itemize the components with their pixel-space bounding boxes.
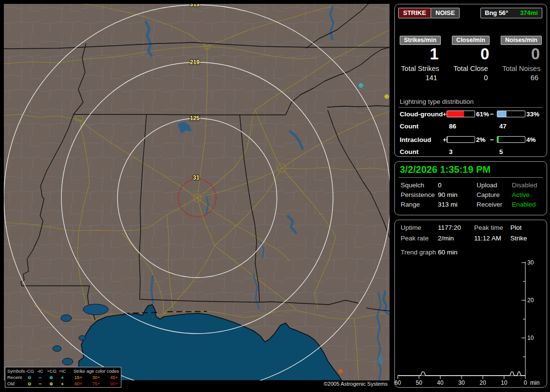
- range-label: Range: [401, 201, 420, 208]
- neg-ic-recent-icon: −: [36, 375, 44, 380]
- legend-col-pos-ic: +IC: [58, 368, 66, 374]
- trend-graph: 3020106050403020100min: [395, 259, 548, 387]
- map-display[interactable]: 31321912531 ⊕⊕⊕: [4, 4, 390, 380]
- ring-label-31: 31: [193, 174, 200, 181]
- uptime-value: 1177:20: [438, 224, 461, 231]
- age-15: 15+: [74, 375, 87, 380]
- total-strikes-value: 141: [397, 74, 444, 82]
- cg-plus-bar: [447, 111, 475, 117]
- plot-mode-value: Strike: [510, 235, 527, 242]
- age-45: 45+: [110, 375, 123, 380]
- range-value: 374mi: [520, 9, 538, 16]
- peak-time-value: 11:12 AM: [474, 235, 501, 242]
- noises-per-min-button[interactable]: Noises/min: [501, 36, 542, 45]
- strikes-per-min-button[interactable]: Strikes/min: [400, 36, 441, 45]
- strikes-per-min-value: 1: [397, 45, 444, 63]
- pos-ic-recent-icon: +: [58, 375, 66, 380]
- plus-sign: +: [443, 136, 447, 143]
- tick-label: 0: [524, 379, 527, 386]
- cg-minus-count: 47: [499, 123, 507, 130]
- uptime-label: Uptime: [401, 224, 421, 231]
- cloud-ground-count-row: Count 86 47: [400, 123, 545, 131]
- ring-label-125: 125: [190, 115, 200, 122]
- cg-plus-bar-fill: [447, 111, 464, 117]
- count-label: Count: [400, 148, 419, 155]
- intracloud-label: Intracloud: [400, 136, 431, 143]
- legend-old-label: Old: [7, 381, 14, 386]
- ic-plus-count: 3: [449, 148, 453, 155]
- noises-column: Noises/min 0 Total Noises 66: [498, 35, 545, 82]
- cg-minus-bar: [497, 111, 525, 117]
- cg-minus-bar-fill: [497, 111, 507, 117]
- ring-label-313: 313: [190, 4, 200, 8]
- app-root: { "window": { "copyright": "©2005 Astrog…: [0, 0, 550, 392]
- pos-cg-old-icon: ⊕: [47, 381, 56, 386]
- strikes-column: Strikes/min 1 Total Strikes 141: [397, 35, 444, 82]
- tick-label: 20: [479, 379, 486, 386]
- rate-counters: Strikes/min 1 Total Strikes 141 Close/mi…: [397, 35, 545, 82]
- squelch-value: 0: [438, 182, 442, 189]
- trend-series: 3020106050403020100min: [395, 259, 539, 386]
- capture-label: Capture: [477, 191, 500, 198]
- map-canvas: 31321912531 ⊕⊕⊕: [4, 4, 390, 380]
- legend-symbols-header: Symbols: [7, 368, 25, 374]
- neg-cg-old-icon: ⊖: [26, 381, 33, 386]
- total-close-value: 0: [448, 74, 494, 82]
- status-row: Persistence 90 min Capture Active: [401, 191, 545, 199]
- strike-mode-button[interactable]: STRIKE: [398, 8, 431, 18]
- legend-col-neg-ic: -IC: [36, 368, 44, 374]
- ic-minus-count: 5: [499, 148, 503, 155]
- legend-col-pos-cg: +CG: [47, 368, 56, 374]
- persistence-label: Persistence: [401, 191, 435, 198]
- status-row: Squelch 0 Upload Disabled: [401, 182, 545, 190]
- status-divider: [399, 177, 543, 178]
- bearing-range-readout: Bng 56° 374mi: [480, 8, 542, 18]
- upload-status: Disabled: [512, 182, 537, 189]
- stats-row: Peak rate 2/min 11:12 AM Strike: [401, 235, 545, 243]
- ic-minus-bar-fill: [497, 137, 499, 142]
- age-60: 60+: [74, 381, 87, 386]
- tick-label: 60: [395, 379, 401, 386]
- tick-label: 40: [437, 379, 444, 386]
- total-noises-value: 66: [498, 74, 545, 82]
- distribution-title: Lightning type distribution: [400, 98, 474, 105]
- strike-rate-line: [398, 372, 525, 376]
- intracloud-count-row: Count 3 5: [400, 148, 545, 156]
- trend-graph-value: 60 min: [438, 249, 458, 256]
- ic-plus-pct: 2%: [476, 136, 486, 143]
- range-setting-value: 313 mi: [438, 201, 458, 208]
- cloud-ground-label: Cloud-ground: [400, 111, 443, 118]
- capture-status: Active: [512, 191, 530, 198]
- status-panel: 3/2/2026 1:35:19 PM Squelch 0 Upload Dis…: [394, 161, 547, 215]
- intracloud-row: Intracloud + 2% − 4%: [400, 136, 545, 144]
- legend-age-header: Strike age color codes: [73, 368, 119, 374]
- noises-per-min-value: 0: [498, 45, 545, 63]
- bearing-value: Bng 56°: [485, 9, 508, 16]
- plus-sign: +: [443, 111, 447, 118]
- stats-row: Uptime 1177:20 Peak time Plot: [401, 224, 545, 232]
- total-noises-label: Total Noises: [498, 65, 545, 72]
- ic-plus-bar-fill: [447, 137, 448, 142]
- old-plus-cg-strike-icon: ⊕: [384, 93, 390, 100]
- count-label: Count: [400, 123, 419, 130]
- total-strikes-label: Total Strikes: [397, 65, 444, 72]
- cg-minus-pct: 33%: [526, 111, 539, 118]
- persistence-value: 90 min: [438, 191, 458, 198]
- tick-label: 10: [527, 335, 534, 341]
- neg-cg-recent-icon: ⊖: [26, 375, 33, 380]
- upload-label: Upload: [477, 182, 497, 189]
- peak-time-label: Peak time: [474, 224, 503, 231]
- ic-minus-bar: [497, 136, 525, 143]
- legend-recent-row: Recent ⊖ − ⊕ + 15+ 30+ 45+: [5, 375, 121, 380]
- close-per-min-button[interactable]: Close/min: [452, 36, 490, 45]
- noise-mode-button[interactable]: NOISE: [431, 8, 460, 18]
- neg-ic-old-icon: −: [36, 381, 44, 386]
- tick-label: 30: [458, 379, 465, 386]
- tick-label: min: [530, 379, 539, 386]
- tick-label: 30: [527, 259, 534, 266]
- aged-plus-cg-strike-icon: ⊕: [338, 367, 343, 375]
- ring-label-219: 219: [190, 59, 200, 66]
- receiver-status: Enabled: [512, 201, 536, 208]
- legend-col-neg-cg: -CG: [26, 368, 33, 374]
- distribution-divider: [399, 107, 543, 108]
